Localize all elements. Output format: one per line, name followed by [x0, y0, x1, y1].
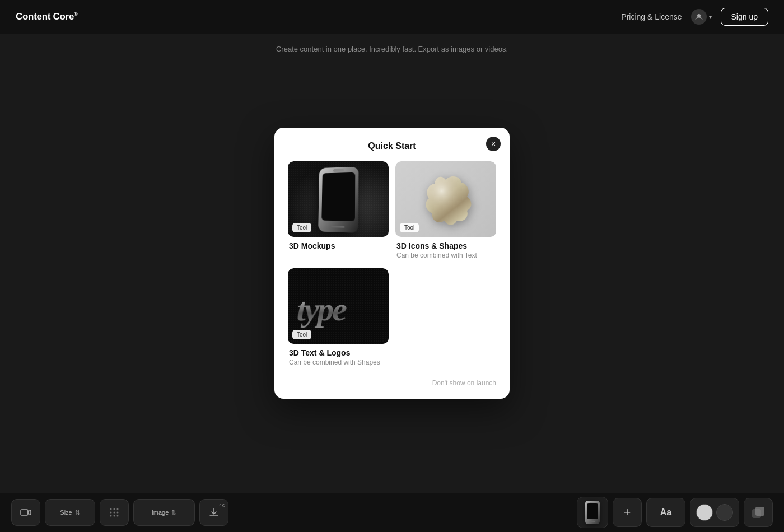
3d-preview-button[interactable]	[577, 497, 608, 528]
card-text-desc: Can be combined with Shapes	[289, 358, 388, 366]
svg-rect-18	[590, 502, 595, 503]
signup-button[interactable]: Sign up	[721, 8, 768, 26]
add-button[interactable]: +	[613, 498, 642, 527]
svg-rect-6	[21, 510, 28, 515]
card-mockups-image: Tool	[288, 161, 389, 237]
font-button[interactable]: Aa	[646, 498, 685, 527]
svg-point-8	[114, 508, 115, 510]
svg-rect-21	[755, 507, 764, 516]
svg-rect-19	[590, 521, 595, 522]
image-arrows-icon: ⇅	[171, 509, 176, 516]
size-button[interactable]: Size ⇅	[45, 499, 95, 526]
chevron-down-icon: ▾	[709, 14, 712, 20]
grid-pattern-button[interactable]	[100, 499, 129, 526]
main-canvas: Create content in one place. Incredibly …	[0, 34, 784, 493]
image-label: Image	[152, 509, 169, 516]
badge-4k: 4K	[219, 503, 225, 508]
nav-right: Pricing & License ▾ Sign up	[621, 8, 768, 26]
grid-icon	[109, 507, 120, 518]
svg-point-14	[114, 515, 115, 517]
svg-point-10	[110, 512, 112, 514]
mockups-tool-badge: Tool	[292, 223, 311, 232]
icons-tool-badge: Tool	[400, 223, 419, 232]
card-icons-desc: Can be combined with Text	[396, 251, 495, 259]
camera-toggle-button[interactable]	[11, 499, 40, 526]
svg-rect-2	[321, 172, 355, 221]
size-arrows-icon: ⇅	[75, 509, 80, 516]
overlay-icon	[750, 505, 766, 520]
quick-start-modal: Quick Start ×	[274, 128, 510, 399]
card-mockups-info: 3D Mockups	[288, 237, 389, 254]
camera-icon	[20, 508, 31, 517]
card-icons-info: 3D Icons & Shapes Can be combined with T…	[395, 237, 496, 262]
cards-grid: Tool 3D Mockups	[288, 161, 496, 368]
svg-point-7	[110, 508, 112, 510]
user-menu[interactable]: ▾	[691, 9, 712, 25]
svg-point-15	[117, 515, 119, 517]
modal-close-button[interactable]: ×	[486, 137, 501, 151]
svg-point-11	[114, 512, 115, 514]
download-button[interactable]: 4K	[199, 499, 228, 526]
app-logo: Content Core®	[16, 11, 77, 22]
card-icons-image: Tool	[395, 161, 496, 237]
size-label: Size	[60, 509, 72, 516]
navbar: Content Core® Pricing & License ▾ Sign u…	[0, 0, 784, 34]
card-text-image: type Tool	[288, 268, 389, 344]
dont-show-link[interactable]: Don't show on launch	[432, 379, 496, 387]
image-button[interactable]: Image ⇅	[133, 499, 195, 526]
card-mockups-title: 3D Mockups	[289, 241, 388, 250]
pricing-link[interactable]: Pricing & License	[621, 12, 682, 21]
card-text-title: 3D Text & Logos	[289, 348, 388, 357]
download-icon	[209, 507, 219, 517]
svg-point-0	[697, 14, 701, 17]
color-options-group	[690, 498, 739, 527]
card-icons[interactable]: Tool 3D Icons & Shapes Can be combined w…	[395, 161, 496, 262]
svg-text:type: type	[296, 291, 347, 328]
toolbar-right: + Aa	[577, 497, 773, 528]
card-text-info: 3D Text & Logos Can be combined with Sha…	[288, 344, 389, 368]
toolbar-left: Size ⇅ Image ⇅ 4K	[11, 499, 228, 526]
svg-point-13	[110, 515, 112, 517]
modal-footer: Don't show on launch	[288, 375, 496, 388]
svg-point-9	[117, 508, 119, 510]
modal-title: Quick Start	[288, 141, 496, 151]
user-avatar-icon	[691, 9, 707, 25]
card-icons-title: 3D Icons & Shapes	[396, 241, 495, 250]
color-dark-button[interactable]	[716, 504, 733, 521]
card-mockups[interactable]: Tool 3D Mockups	[288, 161, 389, 262]
svg-point-12	[117, 512, 119, 514]
svg-rect-17	[587, 503, 598, 519]
overlay-button[interactable]	[744, 498, 773, 527]
bottom-toolbar: Size ⇅ Image ⇅ 4K	[0, 493, 784, 532]
text-tool-badge: Tool	[292, 330, 311, 339]
card-text[interactable]: type Tool 3D Text & Logos Can be combine…	[288, 268, 389, 368]
color-light-button[interactable]	[696, 504, 713, 521]
modal-overlay: Quick Start ×	[0, 34, 784, 493]
